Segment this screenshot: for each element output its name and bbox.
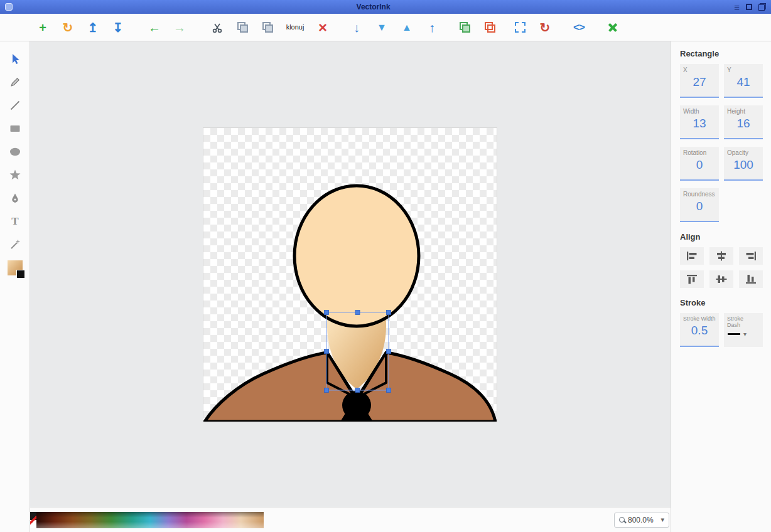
move-up-button[interactable]: ↑ [421,17,443,38]
code-view-button[interactable]: <> [568,17,590,38]
window-controls: ≡ [734,3,766,12]
paste-button[interactable] [231,17,254,38]
wand-icon [9,238,21,251]
properties-panel: Rectangle X 27 Y 41 Width 13 Height 16 [671,41,771,532]
titlebar: VectorInk ≡ [0,0,771,14]
expand-button[interactable] [601,17,624,38]
maximize-icon[interactable] [746,4,752,10]
stroke-dash-preview[interactable]: ▾ [724,331,763,338]
duplicate-button[interactable] [453,17,476,38]
wand-tool[interactable] [4,235,26,255]
main-toolbar: + ↻ ↥ ↧ ← → klonuj × ↓ ▼ ▲ ↑ ↻ <> [0,14,771,41]
selection-handle[interactable] [387,349,391,354]
send-to-back-button[interactable]: ▼ [370,17,393,38]
ellipse-tool[interactable] [4,142,26,162]
field-width[interactable]: Width 13 [680,105,719,139]
reload-button[interactable]: ↻ [57,17,79,38]
pen-tool[interactable] [4,188,26,208]
none-color-swatch[interactable] [30,512,36,528]
star-tool[interactable] [4,165,26,185]
field-stroke-width[interactable]: Stroke Width 0.5 [680,313,719,347]
cut-button[interactable] [206,17,229,38]
selection-handle[interactable] [325,349,329,354]
tie-body[interactable] [340,413,373,422]
field-x[interactable]: X 27 [680,64,719,98]
field-rotation-label: Rotation [680,147,719,156]
move-down-button[interactable]: ↓ [345,17,368,38]
line-tool[interactable] [4,95,26,115]
download-icon: ↧ [113,21,124,34]
align-top-icon [686,274,698,284]
field-height-value[interactable]: 16 [724,117,763,130]
field-width-label: Width [680,105,719,115]
field-rotation[interactable]: Rotation 0 [680,147,719,181]
main-area: T [0,41,771,532]
reload-icon: ↻ [63,21,73,34]
align-top-button[interactable] [680,270,704,288]
copy-button[interactable] [256,17,279,38]
field-y-label: Y [724,64,763,73]
delete-icon: × [318,20,327,35]
selection-handle[interactable] [387,388,391,393]
cascade-windows-icon[interactable] [758,3,766,11]
selection-handle[interactable] [355,311,360,315]
field-height[interactable]: Height 16 [724,105,763,139]
field-y[interactable]: Y 41 [724,64,763,98]
selection-handle[interactable] [355,388,360,393]
palette-strip[interactable] [36,512,264,528]
selection-handle[interactable] [325,388,329,393]
pencil-tool[interactable] [4,72,26,92]
field-rotation-value[interactable]: 0 [680,158,719,172]
redo-icon: → [173,21,186,34]
stroke-dash-select[interactable]: Stroke Dash ▾ [724,313,763,347]
fill-stroke-swatch[interactable] [8,260,23,275]
stroke-dash-label: Stroke Dash [724,313,752,329]
rectangle-tool[interactable] [4,119,26,139]
bring-to-front-button[interactable]: ▲ [396,17,418,38]
arrow-up-icon: ↑ [429,21,435,34]
artboard[interactable] [203,128,497,422]
select-region-button[interactable] [509,17,531,38]
field-x-value[interactable]: 27 [680,75,719,89]
zoom-caret-icon[interactable]: ▾ [660,516,664,524]
head-shape[interactable] [294,186,419,326]
text-tool[interactable]: T [4,211,26,231]
download-button[interactable]: ↧ [107,17,129,38]
solid-dash-icon [728,333,740,335]
overlap-button[interactable] [478,17,501,38]
selection-handle[interactable] [325,311,329,315]
align-center-horizontal-button[interactable] [709,247,733,265]
add-button[interactable]: + [31,17,54,38]
undo-icon: ← [148,21,161,34]
canvas[interactable] [30,41,671,507]
align-left-button[interactable] [680,247,704,265]
align-right-button[interactable] [739,247,763,265]
select-tool[interactable] [4,49,26,69]
clone-button[interactable]: klonuj [281,17,309,38]
redo-button[interactable]: → [168,17,191,38]
delete-button[interactable]: × [311,17,334,38]
menu-icon[interactable]: ≡ [734,3,740,12]
undo-button[interactable]: ← [143,17,166,38]
field-opacity[interactable]: Opacity 100 [724,147,763,181]
field-opacity-value[interactable]: 100 [724,158,763,172]
paste-icon [237,22,248,33]
code-icon: <> [573,22,585,33]
field-width-value[interactable]: 13 [680,117,719,130]
rotate-button[interactable]: ↻ [534,17,556,38]
field-roundness-value[interactable]: 0 [680,200,719,213]
stroke-width-value[interactable]: 0.5 [680,324,719,338]
align-bottom-button[interactable] [739,270,763,288]
upload-button[interactable]: ↥ [82,17,104,38]
line-icon [9,99,21,112]
selection-handle[interactable] [387,311,391,315]
color-palette[interactable] [30,512,264,528]
field-roundness[interactable]: Roundness 0 [680,188,719,222]
upload-icon: ↥ [88,21,99,34]
app-window: VectorInk ≡ + ↻ ↥ ↧ ← → klonuj × ↓ ▼ ▲ [0,0,771,532]
align-middle-vertical-button[interactable] [709,270,733,288]
zoom-control[interactable]: 800.0% ▾ [614,513,669,528]
cursor-icon [9,53,21,65]
person-drawing [203,128,497,422]
field-y-value[interactable]: 41 [724,75,763,89]
